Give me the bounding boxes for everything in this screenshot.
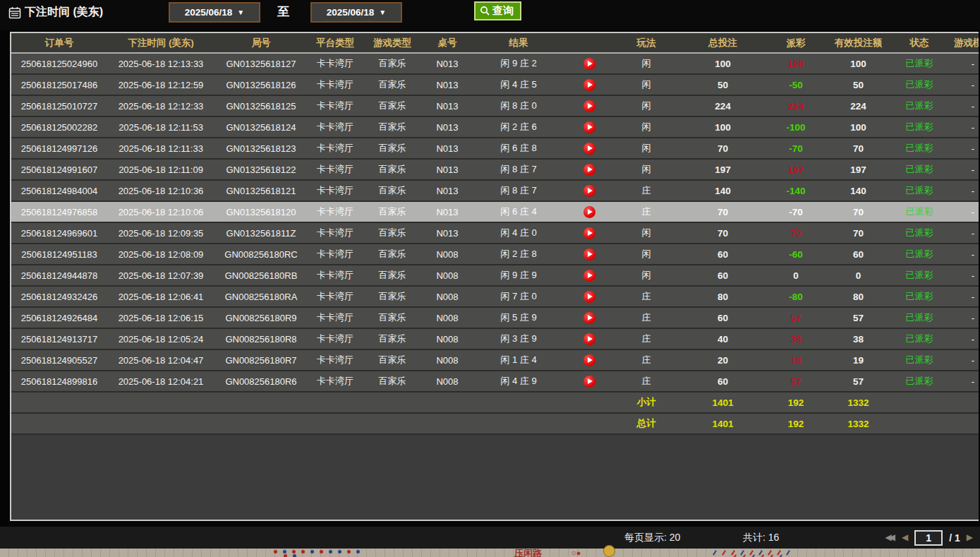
- replay-cell: [564, 349, 614, 371]
- play-icon[interactable]: [583, 291, 595, 303]
- column-header: [564, 33, 614, 53]
- play-icon[interactable]: [583, 100, 595, 112]
- table-number: N008: [422, 265, 473, 286]
- column-header: 局号: [214, 33, 308, 53]
- table-row[interactable]: 250618124984004 2025-06-18 12:10:36 GN01…: [11, 180, 979, 201]
- platform-type: 卡卡湾厅: [308, 286, 363, 307]
- table-row[interactable]: 250618124951183 2025-06-18 12:08:09 GN00…: [11, 244, 979, 265]
- table-number: N013: [422, 180, 473, 201]
- table-row[interactable]: 250618124905527 2025-06-18 12:04:47 GN00…: [11, 349, 979, 371]
- play-icon[interactable]: [583, 121, 595, 133]
- total-valid: 1332: [825, 413, 892, 434]
- table-row[interactable]: 250618125017486 2025-06-18 12:12:59 GN01…: [11, 74, 979, 95]
- search-icon: [480, 6, 490, 16]
- table-row[interactable]: 250618125002282 2025-06-18 12:11:53 GN01…: [11, 116, 979, 138]
- play-icon[interactable]: [583, 333, 595, 345]
- platform-type: 卡卡湾厅: [308, 201, 363, 222]
- total-bet-amount: 100: [679, 53, 767, 74]
- game-type: 百家乐: [363, 222, 422, 244]
- valid-bet-amount: 140: [825, 180, 892, 201]
- play-icon[interactable]: [583, 143, 595, 155]
- per-page-label[interactable]: 每页显示: 20: [624, 532, 680, 544]
- bet-side: 庄: [614, 349, 679, 371]
- order-number: 250618124905527: [11, 349, 107, 371]
- play-icon[interactable]: [583, 354, 595, 366]
- date-from-select[interactable]: 2025/06/18▼: [169, 2, 260, 23]
- prev-page-icon[interactable]: ◀: [902, 529, 908, 546]
- column-header: 订单号: [11, 33, 107, 53]
- total-bet-amount: 70: [679, 201, 767, 222]
- table-row[interactable]: 250618124969601 2025-06-18 12:09:35 GN01…: [11, 222, 979, 244]
- table-row[interactable]: 250618124991607 2025-06-18 12:11:09 GN01…: [11, 159, 979, 180]
- game-mode: -: [947, 265, 979, 286]
- date-to-select[interactable]: 2025/06/18▼: [310, 2, 402, 23]
- game-mode: -: [947, 53, 979, 74]
- subtotal-valid: 1332: [825, 392, 892, 413]
- total-bet-amount: 197: [679, 159, 767, 180]
- road-mark-red: [742, 554, 746, 557]
- play-icon[interactable]: [583, 376, 595, 388]
- total-bet-amount: 40: [679, 328, 767, 349]
- bet-time: 2025-06-18 12:11:53: [107, 116, 214, 138]
- valid-bet-amount: 100: [825, 116, 892, 138]
- play-icon[interactable]: [583, 248, 595, 260]
- bet-time: 2025-06-18 12:11:33: [107, 138, 214, 159]
- search-button[interactable]: 查询: [474, 1, 521, 20]
- round-number: GN01325618125: [214, 95, 308, 116]
- table-number: N008: [422, 328, 473, 349]
- table-number: N013: [422, 138, 473, 159]
- total-bet: 1401: [679, 413, 767, 434]
- game-mode: -: [947, 286, 979, 307]
- replay-cell: [564, 286, 614, 307]
- game-type: 百家乐: [363, 244, 422, 265]
- next-page-icon[interactable]: ▶: [967, 529, 973, 546]
- table-row[interactable]: 250618124932426 2025-06-18 12:06:41 GN00…: [11, 286, 979, 307]
- payout-amount: 197: [767, 159, 825, 180]
- result-score: 闲 8 庄 0: [473, 95, 564, 116]
- total-payout: 192: [767, 413, 825, 434]
- play-icon[interactable]: [583, 227, 595, 239]
- play-icon[interactable]: [583, 164, 595, 176]
- table-row[interactable]: 250618124926484 2025-06-18 12:06:15 GN00…: [11, 307, 979, 328]
- round-number: GN008256180R6: [214, 371, 308, 392]
- payout-amount: -60: [767, 244, 825, 265]
- page-number-input[interactable]: [914, 530, 943, 546]
- play-icon[interactable]: [583, 58, 595, 70]
- status-badge: 已派彩: [892, 244, 947, 265]
- table-row[interactable]: 250618124899816 2025-06-18 12:04:21 GN00…: [11, 371, 979, 392]
- status-badge: 已派彩: [892, 307, 947, 328]
- play-icon[interactable]: [583, 185, 595, 197]
- road-mark-blue: [751, 554, 755, 557]
- play-icon[interactable]: [583, 270, 595, 282]
- play-icon[interactable]: [583, 312, 595, 324]
- table-number: N013: [422, 53, 473, 74]
- table-row[interactable]: 250618125010727 2025-06-18 12:12:33 GN01…: [11, 95, 979, 116]
- table-row[interactable]: 250618125024960 2025-06-18 12:13:33 GN01…: [11, 53, 979, 74]
- payout-amount: 38: [767, 328, 825, 349]
- date-to-value: 2025/06/18: [327, 7, 375, 18]
- platform-type: 卡卡湾厅: [308, 328, 363, 349]
- play-icon[interactable]: [583, 79, 595, 91]
- table-row[interactable]: 250618124913717 2025-06-18 12:05:24 GN00…: [11, 328, 979, 349]
- game-type: 百家乐: [363, 286, 422, 307]
- play-icon[interactable]: [583, 206, 595, 218]
- payout-amount: 57: [767, 307, 825, 328]
- search-button-label: 查询: [492, 4, 514, 18]
- order-number: 250618124951183: [11, 244, 107, 265]
- table-row[interactable]: 250618124976858 2025-06-18 12:10:06 GN01…: [11, 201, 979, 222]
- valid-bet-amount: 38: [825, 328, 892, 349]
- chevron-down-icon: ▼: [379, 8, 386, 16]
- result-score: 闲 7 庄 0: [473, 286, 564, 307]
- table-row[interactable]: 250618124944878 2025-06-18 12:07:39 GN00…: [11, 265, 979, 286]
- bet-side: 庄: [614, 201, 679, 222]
- first-page-icon[interactable]: ◀◀: [885, 529, 895, 546]
- valid-bet-amount: 70: [825, 222, 892, 244]
- column-header: 平台类型: [308, 33, 363, 53]
- game-mode: -: [947, 307, 979, 328]
- game-type: 百家乐: [363, 116, 422, 138]
- column-header: 总投注: [679, 33, 767, 53]
- status-badge: 已派彩: [892, 95, 947, 116]
- total-bet-amount: 60: [679, 371, 767, 392]
- table-row[interactable]: 250618124997126 2025-06-18 12:11:33 GN01…: [11, 138, 979, 159]
- bet-time: 2025-06-18 12:12:59: [107, 74, 214, 95]
